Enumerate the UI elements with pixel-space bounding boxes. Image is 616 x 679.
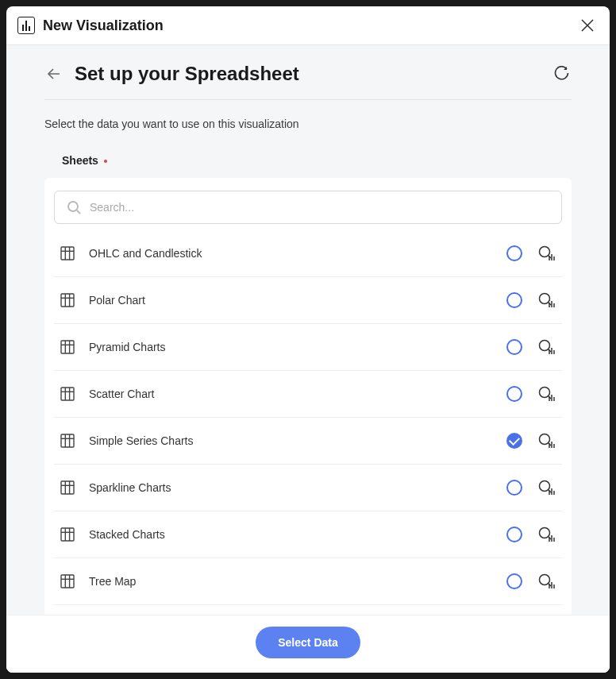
svg-point-72 [540, 575, 550, 585]
sheet-row[interactable]: Simple Series Charts [54, 418, 562, 465]
modal-body: Set up your Spreadsheet Select the data … [6, 45, 610, 673]
sheet-label: Tree Map [89, 575, 506, 588]
svg-rect-50 [61, 481, 74, 494]
back-button[interactable] [44, 64, 64, 83]
page-title: Set up your Spreadsheet [75, 63, 541, 85]
svg-point-9 [540, 247, 550, 257]
sheet-row[interactable]: Sparkline Charts [54, 465, 562, 511]
footer: Select Data [6, 615, 610, 673]
required-indicator-icon [104, 160, 107, 163]
sheet-label: Simple Series Charts [89, 434, 506, 447]
sheet-row[interactable]: Stacked Charts [54, 511, 562, 558]
sheet-radio[interactable] [506, 480, 522, 496]
modal-window: New Visualization Set up your Spreadshee… [6, 6, 610, 673]
svg-rect-41 [61, 434, 74, 447]
arrow-left-icon [46, 66, 62, 82]
svg-rect-23 [61, 341, 74, 353]
content: Set up your Spreadsheet Select the data … [6, 45, 610, 615]
svg-rect-5 [61, 247, 74, 260]
svg-point-18 [540, 294, 550, 304]
svg-point-63 [540, 528, 550, 538]
sheet-list-card: OHLC and Candlestick Polar Chart Pyramid… [44, 178, 572, 615]
sheet-radio[interactable] [506, 433, 522, 449]
sheet-radio[interactable] [506, 245, 522, 261]
sheet-label: Scatter Chart [89, 388, 506, 400]
sheet-row[interactable]: Scatter Chart [54, 371, 562, 418]
search-input[interactable] [90, 201, 550, 214]
svg-point-45 [540, 434, 550, 445]
svg-point-54 [540, 481, 550, 492]
svg-point-3 [68, 202, 78, 211]
sheet-row[interactable]: Tree Map [54, 558, 562, 605]
window-title: New Visualization [43, 17, 578, 34]
bar-chart-icon [17, 17, 35, 34]
sheet-label: Polar Chart [89, 294, 506, 307]
svg-point-36 [540, 388, 550, 398]
svg-rect-59 [61, 528, 74, 541]
section-label: Sheets [44, 154, 572, 178]
sheet-label: OHLC and Candlestick [89, 247, 506, 260]
svg-rect-14 [61, 294, 74, 307]
svg-rect-32 [61, 388, 74, 400]
select-data-button[interactable]: Select Data [256, 627, 360, 658]
section-label-text: Sheets [62, 154, 98, 167]
sheet-label: Stacked Charts [89, 528, 506, 541]
svg-rect-68 [61, 575, 74, 588]
sheet-list: OHLC and Candlestick Polar Chart Pyramid… [54, 230, 562, 605]
sheet-radio[interactable] [506, 386, 522, 402]
sheet-radio[interactable] [506, 292, 522, 308]
sheet-label: Sparkline Charts [89, 481, 506, 494]
search-field[interactable] [54, 191, 562, 224]
sheet-row[interactable]: OHLC and Candlestick [54, 230, 562, 277]
close-button[interactable] [578, 16, 597, 35]
refresh-icon [554, 66, 570, 82]
titlebar: New Visualization [6, 6, 610, 45]
svg-line-4 [77, 210, 80, 214]
sheet-radio[interactable] [506, 573, 522, 589]
page-subtitle: Select the data you want to use on this … [44, 100, 572, 154]
sheet-radio[interactable] [506, 339, 522, 355]
close-icon [580, 18, 595, 33]
page-header: Set up your Spreadsheet [44, 45, 572, 99]
sheet-row[interactable]: Polar Chart [54, 277, 562, 324]
sheet-radio[interactable] [506, 527, 522, 542]
sheet-row[interactable]: Pyramid Charts [54, 324, 562, 371]
svg-point-27 [540, 341, 550, 351]
refresh-button[interactable] [552, 64, 572, 83]
search-icon [66, 199, 82, 215]
sheet-label: Pyramid Charts [89, 341, 506, 353]
